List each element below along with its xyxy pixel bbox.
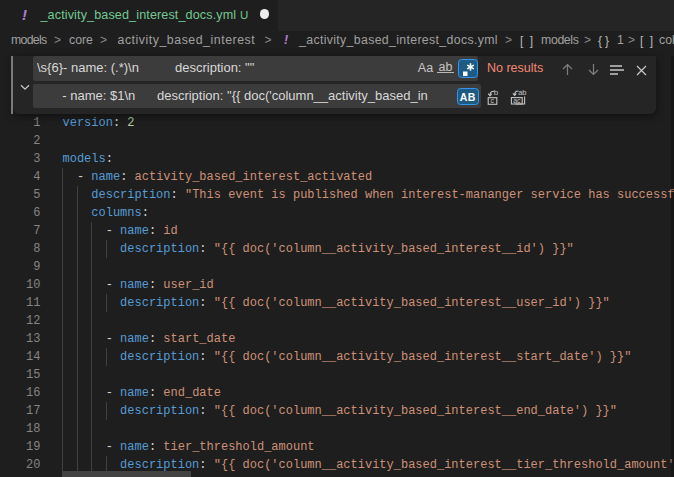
svg-text:ab: ab: [518, 89, 526, 97]
svg-text:c: c: [490, 97, 494, 104]
svg-text:ac: ac: [513, 96, 521, 103]
svg-text:b: b: [494, 89, 499, 97]
